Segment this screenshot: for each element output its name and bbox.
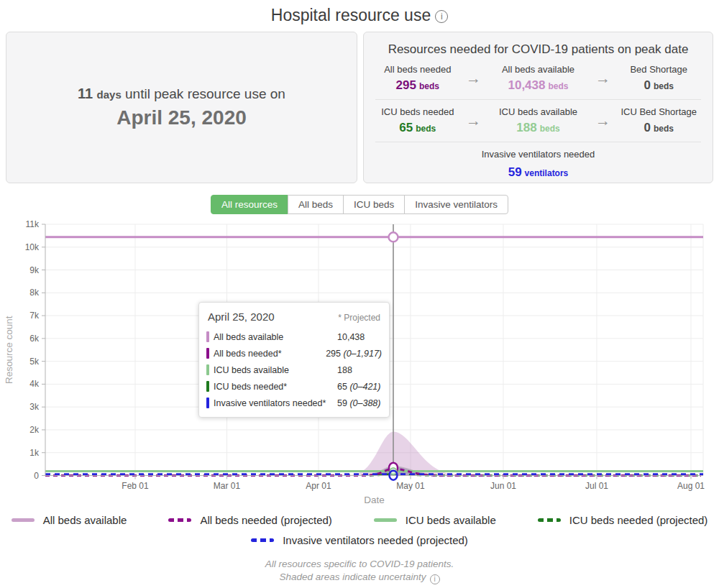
stat-bed-shortage: Bed Shortage 0beds <box>615 64 702 93</box>
svg-text:11k: 11k <box>26 219 40 229</box>
series-color-chip <box>206 331 209 342</box>
stat-value: 295 <box>396 78 416 92</box>
tooltip-date: April 25, 2020 <box>208 311 275 323</box>
svg-text:May 01: May 01 <box>396 481 425 491</box>
tab-icu-beds[interactable]: ICU beds <box>343 195 405 214</box>
panel-divider <box>375 99 701 100</box>
legend-swatch-dashed <box>251 538 274 542</box>
legend-all-beds-available[interactable]: All beds available <box>12 514 127 526</box>
legend-invasive-ventilators[interactable]: Invasive ventilators needed (projected) <box>251 534 468 546</box>
footnote-uncertainty: Shaded areas indicate uncertaintyi <box>0 571 719 584</box>
svg-text:9k: 9k <box>29 265 40 275</box>
stat-value: 10,438 <box>508 78 545 92</box>
resources-panel-title: Resources needed for COVID-19 patients o… <box>374 42 702 57</box>
svg-text:Jul 01: Jul 01 <box>585 481 608 491</box>
uncertainty-info-icon[interactable]: i <box>430 574 440 584</box>
svg-text:2k: 2k <box>29 425 40 435</box>
svg-text:Resource count: Resource count <box>4 316 14 384</box>
tooltip-projected-note: * Projected <box>338 313 380 323</box>
tooltip-row: All beds needed* 295 (0–1,917) <box>206 345 382 362</box>
title-info-icon[interactable]: i <box>435 10 448 23</box>
peak-countdown-text: until peak resource use on <box>125 86 285 101</box>
resource-tab-bar: All resources All beds ICU beds Invasive… <box>0 195 719 214</box>
arrow-icon: → <box>590 70 615 87</box>
stat-value: 59 <box>508 165 522 179</box>
stat-unit: beds <box>540 124 560 134</box>
svg-text:Date: Date <box>364 495 385 505</box>
stat-value: 0 <box>644 121 650 134</box>
legend-icu-beds-available[interactable]: ICU beds available <box>374 514 496 526</box>
hospital-resource-page: Hospital resource usei 11 days until pea… <box>0 0 719 588</box>
stat-unit: beds <box>548 81 568 91</box>
svg-text:4k: 4k <box>29 379 40 389</box>
svg-text:7k: 7k <box>29 311 40 321</box>
stat-ventilators-needed: Invasive ventilators needed 59ventilator… <box>374 149 702 180</box>
tooltip-row: ICU beds needed* 65 (0–421) <box>206 378 382 395</box>
legend-all-beds-needed[interactable]: All beds needed (projected) <box>168 514 331 526</box>
svg-text:8k: 8k <box>29 288 40 298</box>
svg-text:3k: 3k <box>29 402 40 412</box>
stat-value: 188 <box>516 121 536 134</box>
svg-text:Aug 01: Aug 01 <box>677 481 705 491</box>
stat-icu-beds-needed: ICU beds needed 65beds <box>374 106 462 135</box>
stat-unit: beds <box>654 124 674 134</box>
svg-text:6k: 6k <box>29 334 40 344</box>
legend-icu-beds-needed[interactable]: ICU beds needed (projected) <box>538 514 708 526</box>
series-color-chip <box>206 348 209 359</box>
stat-icu-bed-shortage: ICU Bed Shortage 0beds <box>615 106 702 135</box>
series-color-chip <box>206 364 209 375</box>
legend-swatch-dashed <box>538 518 561 522</box>
svg-text:Apr 01: Apr 01 <box>306 481 331 491</box>
tooltip-row: Invasive ventilators needed* 59 (0–388) <box>206 395 382 411</box>
stat-all-beds-available: All beds available 10,438beds <box>486 64 591 93</box>
svg-text:1k: 1k <box>29 448 40 458</box>
stat-unit: beds <box>654 81 674 91</box>
peak-days-unit: days <box>97 88 122 101</box>
svg-text:Feb 01: Feb 01 <box>122 481 149 491</box>
stat-value: 0 <box>644 78 650 92</box>
peak-date-panel: 11 days until peak resource use on April… <box>6 32 357 183</box>
peak-countdown-line: 11 days until peak resource use on <box>78 86 285 102</box>
stat-unit: beds <box>416 124 436 134</box>
legend-swatch-dashed <box>168 518 191 522</box>
chart-legend-row-2: Invasive ventilators needed (projected) <box>0 534 719 546</box>
svg-text:0: 0 <box>34 471 39 481</box>
page-title-text: Hospital resource use <box>271 6 431 24</box>
stat-icu-beds-available: ICU beds available 188beds <box>486 106 591 135</box>
tab-all-beds[interactable]: All beds <box>288 195 344 214</box>
series-color-chip <box>206 381 209 392</box>
icu-beds-row: ICU beds needed 65beds → ICU beds availa… <box>374 106 702 135</box>
tab-all-resources[interactable]: All resources <box>211 195 288 214</box>
peak-date: April 25, 2020 <box>116 106 247 129</box>
stat-value: 65 <box>399 121 413 134</box>
arrow-icon: → <box>462 112 486 129</box>
arrow-icon: → <box>462 70 486 87</box>
panel-divider <box>375 142 701 142</box>
chart-legend-row-1: All beds available All beds needed (proj… <box>0 514 719 526</box>
resources-needed-panel: Resources needed for COVID-19 patients o… <box>363 32 713 183</box>
tab-invasive-ventilators[interactable]: Invasive ventilators <box>404 195 508 214</box>
peak-days-value: 11 <box>78 86 93 101</box>
svg-text:Jun 01: Jun 01 <box>490 481 516 491</box>
legend-swatch-solid <box>374 518 397 522</box>
svg-text:10k: 10k <box>25 242 40 252</box>
page-title: Hospital resource usei <box>0 6 719 25</box>
svg-text:5k: 5k <box>29 357 40 367</box>
stat-unit: ventilators <box>525 168 569 178</box>
chart-tooltip: April 25, 2020 * Projected All beds avai… <box>198 302 390 418</box>
svg-text:Mar 01: Mar 01 <box>214 481 241 491</box>
stat-all-beds-needed: All beds needed 295beds <box>374 64 462 93</box>
footnote-covid-specific: All resources specific to COVID-19 patie… <box>0 559 719 569</box>
series-color-chip <box>206 398 209 408</box>
tooltip-row: ICU beds available 188 <box>206 362 382 378</box>
tooltip-header: April 25, 2020 * Projected <box>208 311 380 323</box>
all-beds-row: All beds needed 295beds → All beds avail… <box>374 64 702 93</box>
arrow-icon: → <box>590 112 615 129</box>
tooltip-row: All beds available 10,438 <box>206 329 382 345</box>
legend-swatch-solid <box>12 518 35 522</box>
stat-unit: beds <box>419 81 439 91</box>
